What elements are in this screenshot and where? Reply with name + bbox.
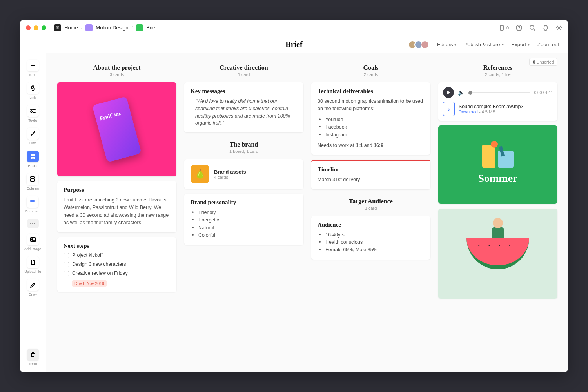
card-brand-assets[interactable]: 🍐 Brand assets 4 cards [184,159,303,189]
search-icon [529,25,535,31]
tool-board[interactable]: Board [25,149,40,169]
more-tools-button[interactable] [27,219,39,228]
tool-comment[interactable]: Comment [24,194,42,215]
card-intro: 30 second motion graphics animation to b… [318,98,424,113]
editors-dropdown[interactable]: Editors ▾ [437,42,456,47]
card-brand-personality[interactable]: Brand personality Friendly Energetic Nat… [184,194,303,245]
column-subtitle: 2 cards, 1 file [438,72,557,77]
file-size: - 4.5 MB [478,109,495,114]
card-next-steps[interactable]: Next steps Project kickoff Design 3 new … [57,237,176,292]
card-key-messages[interactable]: Key messages "We'd love to really dial h… [184,82,303,132]
tool-draw[interactable]: Draw [25,278,40,298]
board-canvas[interactable]: 0Unsorted About the project 3 cards Purp… [46,53,568,372]
subcolumn-header[interactable]: Target Audience 1 card [311,196,430,211]
inbox-icon [499,25,505,31]
image-icon [27,234,39,245]
zoom-out-button[interactable]: Zoom out [537,42,559,47]
todo-label: Creative review on Friday [72,270,128,276]
tool-upload-file[interactable]: Upload file [23,255,43,275]
tool-link[interactable]: Link [25,81,40,101]
note-icon [27,60,39,71]
checkbox-icon[interactable] [64,271,69,276]
tool-column[interactable]: Column [25,172,40,192]
svg-rect-6 [31,157,33,159]
home-icon[interactable]: ⌘ [54,24,61,31]
project-icon [85,24,93,31]
quote-text: "We'd love to really dial home that our … [191,98,297,127]
card-reference-image[interactable]: Sommer [438,125,557,204]
card-audience[interactable]: Audience 16-40yrs Health conscious Femal… [311,216,430,260]
tool-add-image[interactable]: Add image [23,232,43,252]
svg-rect-0 [500,25,503,30]
column-subtitle: 3 cards [57,72,176,77]
cocktail-glass-icon [498,151,514,168]
breadcrumb-board[interactable]: Brief [146,25,157,31]
chevron-down-icon: ▾ [502,42,504,47]
unsorted-label: Unsorted [536,60,554,64]
column-references: References 2 cards, 1 file 🔈 0:00 / 4:41… [438,63,557,299]
card-timeline[interactable]: Timeline March 31st delivery [311,160,430,189]
card-product-image[interactable] [57,82,176,176]
card-audio-file[interactable]: 🔈 0:00 / 4:41 ♪ Sound sample: Bearclaw.m… [438,82,557,121]
tool-note[interactable]: Note [25,58,40,78]
collaborator-avatars[interactable] [410,40,429,49]
search-button[interactable] [529,25,535,31]
export-label: Export [512,42,526,47]
tool-trash[interactable]: Trash [25,347,40,368]
volume-icon[interactable]: 🔈 [458,89,465,96]
breadcrumb-project[interactable]: Motion Design [96,25,128,31]
download-link[interactable]: Download [459,109,478,114]
board-header: Brief Editors ▾ Publish & share ▾ Export… [20,36,568,53]
unsorted-count: 0 [533,60,535,64]
tool-line[interactable]: Line [25,126,40,147]
todo-item[interactable]: Design 3 new characters [64,261,170,267]
list-item: Colorful [191,232,297,239]
zoom-label: Zoom out [537,42,559,47]
unsorted-badge[interactable]: 0Unsorted [529,58,557,66]
column-title: The brand [184,141,303,148]
column-header[interactable]: About the project 3 cards [57,63,176,78]
play-button[interactable] [443,87,454,98]
sommer-text: Sommer [478,172,517,185]
audio-time: 0:00 / 4:41 [534,91,553,95]
card-heading: Timeline [318,166,424,173]
close-window-icon[interactable] [26,25,31,30]
subcolumn-header[interactable]: The brand 1 board, 1 card [184,140,303,154]
export-dropdown[interactable]: Export ▾ [512,42,530,47]
list-item: 16-40yrs [318,231,424,239]
card-reference-image[interactable] [438,209,557,299]
breadcrumb: ⌘ Home / Motion Design / Brief [54,24,157,31]
column-header[interactable]: Goals 2 cards [311,63,430,78]
settings-button[interactable] [556,25,562,31]
page-title: Brief [285,40,302,49]
checkbox-icon[interactable] [64,262,69,267]
card-heading: Audience [318,221,424,228]
todo-item[interactable]: Creative review on Friday [64,270,170,276]
card-technical-deliverables[interactable]: Technical deliverables 30 second motion … [311,82,430,155]
todo-item[interactable]: Project kickoff [64,252,170,258]
chevron-down-icon: ▾ [528,42,530,47]
card-text: Fruit Fizz are launching 3 new summer fl… [64,196,170,227]
titlebar-tools: 0 [499,25,562,31]
audio-progress[interactable] [468,92,530,93]
inbox-button[interactable]: 0 [499,25,509,31]
column-goals: Goals 2 cards Technical deliverables 30 … [311,63,430,260]
column-title: Creative direction [184,64,303,71]
publish-dropdown[interactable]: Publish & share ▾ [464,42,503,47]
column-header[interactable]: Creative direction 1 card [184,63,303,78]
checkbox-icon[interactable] [64,253,69,258]
list-item: Instagram [318,131,424,139]
column-subtitle: 2 cards [311,72,430,77]
card-heading: Next steps [64,243,170,249]
file-name: Sound sample: Bearclaw.mp3 [459,104,523,109]
breadcrumb-home[interactable]: Home [64,25,78,31]
notifications-button[interactable] [543,25,549,31]
card-purpose[interactable]: Purpose Fruit Fizz are launching 3 new s… [57,181,176,232]
maximize-window-icon[interactable] [42,25,46,30]
help-button[interactable] [516,25,522,31]
minimize-window-icon[interactable] [34,25,38,30]
separator-icon: / [81,25,83,31]
column-title: Goals [311,64,430,71]
app-window: ⌘ Home / Motion Design / Brief 0 [20,20,568,372]
tool-todo[interactable]: To-do [25,103,40,124]
